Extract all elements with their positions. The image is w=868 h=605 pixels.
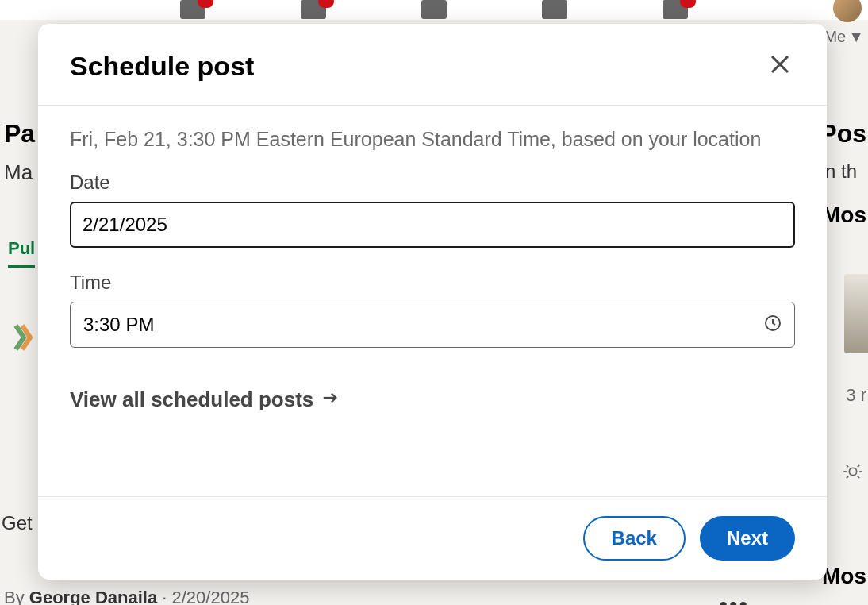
arrow-right-icon: [321, 387, 339, 412]
modal-header: Schedule post: [38, 24, 827, 106]
view-all-label: View all scheduled posts: [70, 387, 313, 412]
bg-author-line: By George Danaila · 2/20/2025: [4, 588, 249, 605]
svg-line-5: [847, 476, 848, 478]
top-nav-bar: [0, 0, 868, 20]
close-icon: [768, 52, 792, 76]
messaging-icon[interactable]: [542, 0, 567, 19]
modal-footer: Back Next: [38, 496, 827, 580]
time-input-wrapper: [70, 302, 795, 348]
bg-left-content: Pa Ma: [4, 119, 35, 185]
bg-right-heading-2: Mos: [822, 564, 866, 589]
chevron-down-icon: ▼: [848, 28, 864, 46]
notification-badge: [680, 0, 696, 8]
svg-line-4: [858, 476, 859, 478]
date-label: Date: [70, 171, 795, 194]
bg-bottom-text: Get: [2, 512, 33, 534]
timezone-info: Fri, Feb 21, 3:30 PM Eastern European St…: [70, 128, 795, 151]
bg-right-subtitle: In th: [820, 160, 866, 183]
date-input[interactable]: [70, 202, 795, 248]
svg-line-3: [847, 465, 848, 467]
modal-title: Schedule post: [70, 51, 254, 82]
close-button[interactable]: [765, 49, 795, 83]
home-icon[interactable]: [180, 0, 205, 19]
svg-point-0: [849, 468, 856, 475]
view-scheduled-posts-link[interactable]: View all scheduled posts: [70, 387, 339, 412]
me-label: Me: [824, 28, 846, 46]
next-button[interactable]: Next: [700, 516, 795, 561]
me-dropdown[interactable]: Me ▼: [824, 28, 864, 46]
modal-body: Fri, Feb 21, 3:30 PM Eastern European St…: [38, 106, 827, 496]
notification-badge: [318, 0, 334, 8]
network-icon[interactable]: [301, 0, 326, 19]
bg-thumb-text: 3 r: [846, 385, 866, 406]
bg-left-title: Pa: [4, 119, 35, 148]
bg-logo-icon: [8, 318, 40, 357]
svg-line-6: [858, 465, 859, 467]
bg-thumbnail: [844, 274, 868, 353]
time-input[interactable]: [70, 302, 795, 348]
time-label: Time: [70, 272, 795, 294]
notification-badge: [198, 0, 213, 8]
bg-right-heading: Mos: [822, 202, 866, 228]
author-date: · 2/20/2025: [157, 588, 249, 605]
more-menu-icon[interactable]: •••: [719, 592, 749, 605]
bg-right-title: Pos: [820, 119, 866, 148]
author-prefix: By: [4, 588, 29, 605]
notifications-icon[interactable]: [663, 0, 688, 19]
author-name: George Danaila: [29, 588, 157, 605]
bg-left-subtitle: Ma: [4, 160, 35, 185]
back-button[interactable]: Back: [583, 516, 686, 561]
jobs-icon[interactable]: [421, 0, 447, 19]
lightbulb-icon[interactable]: [842, 460, 864, 487]
schedule-post-modal: Schedule post Fri, Feb 21, 3:30 PM Easte…: [38, 24, 827, 580]
bg-tab[interactable]: Pul: [8, 238, 35, 268]
bg-right-content: Pos In th: [820, 119, 866, 183]
